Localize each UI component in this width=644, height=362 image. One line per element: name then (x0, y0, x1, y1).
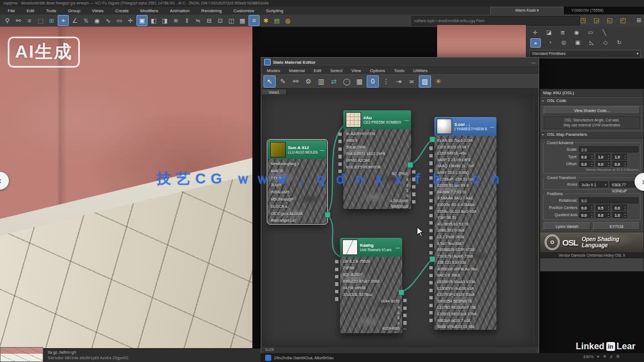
output-connector[interactable] (398, 289, 404, 295)
output-sockets[interactable] (403, 299, 407, 329)
map-preview-checker[interactable] (346, 112, 361, 128)
node-header[interactable]: Sun A 912 LLU AU10 MOLE6A3+ — (268, 140, 327, 159)
output-connector[interactable] (324, 212, 331, 218)
transform-dropdown[interactable]: Ju3u 9 1▾ (579, 181, 608, 187)
axis-spinner[interactable]: 1.0▴▾ (612, 212, 627, 218)
rollout-osl-map-parameters[interactable]: OSL Map Parameters (540, 131, 643, 139)
player-control-icon[interactable]: ▸ (597, 354, 600, 359)
rotation-field[interactable]: 5.0 (579, 197, 638, 203)
menu-item[interactable]: Group (68, 8, 80, 13)
node-mini-slot[interactable]: 9 (343, 321, 399, 327)
minimize-icon[interactable]: — (531, 60, 536, 65)
node-slot[interactable]: 4G-9895 83 53 78 (437, 221, 494, 228)
command-panel-category-icon[interactable]: ◇ (601, 38, 610, 47)
center-spinner[interactable]: 0.0▴▾ (612, 205, 627, 211)
node-slot[interactable]: £13783 9833u9uY 18£ (437, 304, 494, 311)
node-mini-slot[interactable]: 4029/4989 (343, 326, 399, 332)
toolbar-icon[interactable]: ⌖ (58, 15, 69, 26)
offset-spinner[interactable]: 0.0▴▾ (596, 161, 610, 167)
input-sockets[interactable] (429, 139, 433, 325)
node-slot[interactable]: 84798 u9938 (343, 285, 399, 292)
slate-toolbar-icon[interactable]: ✳ (433, 76, 444, 87)
command-panel-category-icon[interactable]: ◺ (587, 38, 596, 47)
toolbar-search-input[interactable]: ruthew loptr / dresEmct6A br5u.cgq Fism (412, 16, 580, 26)
node-slot[interactable]: £33933 98333u8 379A (437, 311, 494, 318)
node-slot[interactable]: 89398839 £33P 4738 (437, 247, 494, 253)
node-slot[interactable]: 93000u 9G £ 478A8A (437, 202, 494, 208)
toolbar-icon[interactable]: ⌗ (249, 15, 260, 26)
node-falloff[interactable]: Kaahg Unt/ Reana's b'Lars — LW 6.2.6-795… (340, 238, 402, 333)
render-icon[interactable]: ◱ (605, 15, 615, 25)
node-slot[interactable]: 5888 979u533 03 98£ (437, 324, 494, 330)
node-slot[interactable]: £159 84918 -49u (437, 150, 494, 157)
slate-toolbar-icon[interactable]: ⚙ (303, 76, 314, 87)
canvas-scrollbar[interactable] (534, 94, 538, 347)
slate-toolbar-icon[interactable]: ▨ (419, 75, 431, 88)
node-slot[interactable]: DICE gu.s ALGUA (271, 211, 324, 218)
node-slot[interactable]: KLAN 80-7up1 023A (437, 137, 494, 144)
node-slot[interactable]: INVALuM5 (271, 189, 324, 196)
node-slot[interactable]: 933Au GLG3 AuG 93A (437, 208, 494, 215)
slate-menu-item[interactable]: Tools (394, 68, 404, 73)
slate-toolbar-icon[interactable]: ▥ (316, 76, 327, 87)
toolbar-icon[interactable]: ◫ (226, 16, 236, 26)
menu-item[interactable]: File (8, 8, 15, 13)
input-connector[interactable] (429, 136, 435, 142)
node-canvas[interactable]: Sun A 912 LLU AU10 MOLE6A3+ — New6song/w… (262, 94, 534, 347)
node-slot[interactable]: RIA 6.8571 1812.19P6 (346, 151, 408, 157)
command-panel-category-icon[interactable]: ▣ (573, 38, 582, 47)
node-slot[interactable]: 9A0P 2 23.09 £9F8 (437, 157, 494, 164)
collapse-icon[interactable]: — (404, 118, 409, 123)
slate-menu-item[interactable]: Options (370, 68, 386, 73)
node-slot[interactable]: 338 131 £30 03£ (437, 259, 494, 266)
node-slot[interactable]: £33793P £9339 53uA (437, 292, 494, 298)
command-panel-category-icon[interactable]: ◎ (559, 38, 569, 47)
node-mini-slot[interactable]: 9 (346, 193, 408, 199)
node-mini-slot[interactable]: 4.2002/u99 (346, 198, 408, 204)
node-slot[interactable]: DLGCA a (271, 203, 324, 211)
toolbar-icon[interactable]: ▣ (136, 15, 148, 26)
load-shader-button[interactable]: Lyorn Varesh (544, 222, 591, 230)
slate-menu-item[interactable]: Utilities (413, 68, 428, 73)
output-connector[interactable] (407, 162, 413, 168)
node-slot[interactable]: New6song/wig 1 (271, 161, 324, 168)
map-preview-swatch[interactable] (270, 142, 286, 157)
node-slot[interactable]: Y3u* 98 31 (437, 215, 494, 221)
axis-spinner[interactable]: 0.0▴▾ (596, 212, 610, 218)
menu-item[interactable]: Views (92, 8, 104, 13)
menu-item[interactable]: Animation (170, 8, 190, 13)
node-slot[interactable]: 84-tww 7 7:03 01 (437, 189, 494, 196)
slate-toolbar-icon[interactable]: ⇄ (328, 76, 339, 87)
toolbar-icon[interactable]: ⊡ (215, 16, 225, 26)
slate-toolbar-icon[interactable]: 0 (367, 75, 379, 88)
node-slot[interactable]: 8 5u7 9uu 88£7 (437, 241, 494, 247)
toolbar-icon[interactable]: ◨ (160, 16, 170, 26)
command-panel-tab-icon[interactable]: ◪ (544, 28, 554, 37)
node-slot[interactable]: 59Lac1996 (346, 144, 408, 151)
collapse-icon[interactable]: — (395, 245, 400, 250)
toolbar-icon[interactable]: ∿ (103, 16, 113, 26)
node-checker[interactable]: #Au CE3 PRE55K KOMB0X — Iri.A309YK0YENW8… (343, 110, 411, 209)
player-control-icon[interactable]: ⊞ (616, 354, 620, 359)
errors-button[interactable]: EY7018 (593, 222, 640, 230)
menu-item[interactable]: Customize (234, 8, 255, 13)
toolbar-icon[interactable]: ⬚ (36, 16, 45, 26)
slate-menu-item[interactable]: Select (330, 68, 342, 73)
slate-toolbar-icon[interactable]: ⚯ (290, 76, 301, 87)
primitives-dropdown[interactable]: Standard Primitives▾ (529, 50, 641, 58)
toolbar-icon[interactable]: ≒ (193, 16, 203, 26)
map-preview-curve[interactable] (342, 239, 358, 255)
workspace-dropdown[interactable]: Warm-Kaab ▾ (490, 7, 564, 15)
slate-toolbar-icon[interactable]: ▦ (354, 76, 365, 87)
toolbar-icon[interactable]: ✱ (261, 16, 271, 26)
slate-toolbar-icon[interactable]: ⋮ (381, 76, 392, 87)
player-control-icon[interactable]: ⊕ (603, 354, 606, 359)
view-code-button[interactable]: View Shader Code... (544, 106, 640, 114)
toolbar-icon[interactable]: ▤ (272, 16, 282, 26)
input-connector[interactable] (429, 256, 435, 262)
material-preview-sphere[interactable] (437, 119, 452, 134)
node-slot[interactable]: LW 6.2.6-79526 (343, 258, 399, 265)
node-slot[interactable]: 899u223 87u£7 2668 (343, 278, 399, 285)
toolbar-icon[interactable]: ◉ (92, 16, 102, 26)
node-mini-slot[interactable]: M8800Lu6 (346, 204, 408, 210)
